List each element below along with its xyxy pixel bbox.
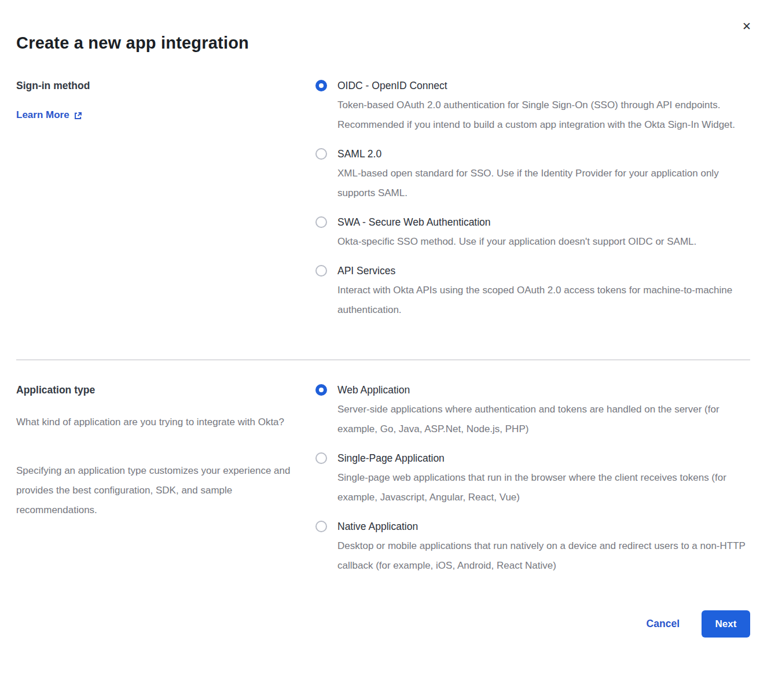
learn-more-link[interactable]: Learn More [16,109,83,121]
option-text-web-application: Web Application Server-side applications… [337,384,750,439]
close-icon[interactable]: ✕ [742,21,751,32]
create-app-integration-dialog: ✕ Create a new app integration Sign-in m… [0,0,771,700]
sign-in-method-left-column: Sign-in method Learn More [16,79,315,121]
radio-option-label[interactable]: Native Application [337,520,750,533]
radio-icon-api-services[interactable] [315,265,327,277]
radio-icon-native-application[interactable] [315,521,327,532]
radio-option-oidc[interactable]: OIDC - OpenID Connect Token-based OAuth … [315,79,750,135]
radio-option-label[interactable]: API Services [337,264,750,277]
radio-option-description: Interact with Okta APIs using the scoped… [337,281,750,320]
option-text-single-page-application: Single-Page Application Single-page web … [337,452,750,507]
option-text-saml: SAML 2.0 XML-based open standard for SSO… [337,148,750,203]
application-type-heading: Application type [16,384,315,396]
application-type-left-column: Application type What kind of applicatio… [16,384,315,520]
radio-option-description: Desktop or mobile applications that run … [337,536,750,576]
sign-in-method-heading: Sign-in method [16,79,315,92]
application-type-description-2: Specifying an application type customize… [16,461,294,520]
application-type-description-1: What kind of application are you trying … [16,412,294,432]
next-button[interactable]: Next [702,610,750,638]
radio-option-saml[interactable]: SAML 2.0 XML-based open standard for SSO… [315,148,750,203]
radio-option-label[interactable]: Web Application [337,384,750,396]
learn-more-label: Learn More [16,109,69,121]
radio-option-single-page-application[interactable]: Single-Page Application Single-page web … [315,452,750,507]
application-type-section: Application type What kind of applicatio… [16,360,750,576]
radio-option-web-application[interactable]: Web Application Server-side applications… [315,384,750,439]
sign-in-method-options: OIDC - OpenID Connect Token-based OAuth … [315,79,750,320]
radio-option-description: Okta-specific SSO method. Use if your ap… [337,232,696,252]
application-type-options: Web Application Server-side applications… [315,384,750,576]
radio-option-description: Token-based OAuth 2.0 authentication for… [337,95,750,135]
radio-option-api-services[interactable]: API Services Interact with Okta APIs usi… [315,264,750,320]
radio-option-label[interactable]: Single-Page Application [337,452,750,465]
radio-option-description: XML-based open standard for SSO. Use if … [337,164,750,203]
dialog-footer: Cancel Next [16,610,750,638]
option-text-native-application: Native Application Desktop or mobile app… [337,520,750,576]
sign-in-method-section: Sign-in method Learn More OIDC - OpenID … [16,79,750,320]
radio-icon-swa[interactable] [315,216,327,228]
radio-icon-web-application[interactable] [315,384,327,396]
radio-option-swa[interactable]: SWA - Secure Web Authentication Okta-spe… [315,216,750,252]
page-title: Create a new app integration [16,34,750,53]
option-text-api-services: API Services Interact with Okta APIs usi… [337,264,750,320]
radio-icon-oidc[interactable] [315,80,327,91]
radio-option-native-application[interactable]: Native Application Desktop or mobile app… [315,520,750,576]
option-text-oidc: OIDC - OpenID Connect Token-based OAuth … [337,79,750,135]
radio-option-label[interactable]: OIDC - OpenID Connect [337,79,750,92]
option-text-swa: SWA - Secure Web Authentication Okta-spe… [337,216,696,252]
external-link-icon [74,111,83,120]
radio-icon-single-page-application[interactable] [315,452,327,464]
radio-option-label[interactable]: SWA - Secure Web Authentication [337,216,696,229]
radio-option-description: Server-side applications where authentic… [337,400,750,439]
radio-icon-saml[interactable] [315,148,327,160]
radio-option-label[interactable]: SAML 2.0 [337,148,750,160]
cancel-button[interactable]: Cancel [647,618,680,630]
radio-option-description: Single-page web applications that run in… [337,468,750,507]
